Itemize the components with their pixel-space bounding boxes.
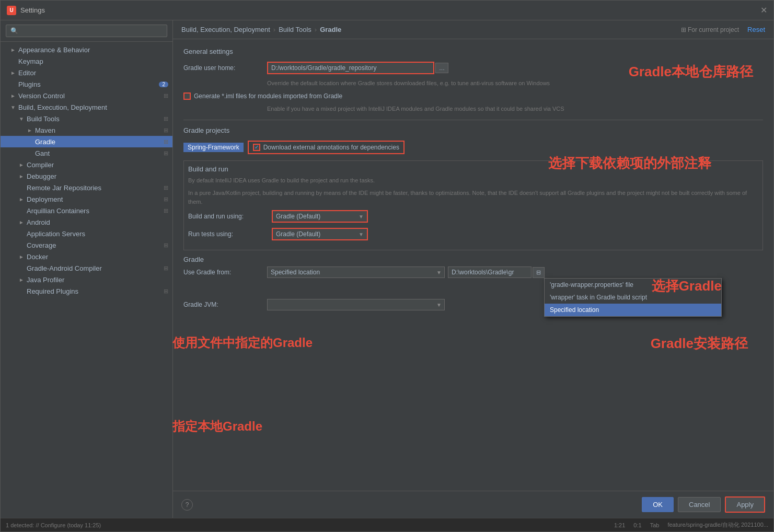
generate-iml-wrapper: Generate *.iml files for modules importe…	[183, 92, 342, 100]
gradle-jvm-select[interactable]	[267, 299, 445, 310]
sidebar-label-gradle: Gradle	[34, 138, 161, 146]
reset-link[interactable]: Reset	[747, 26, 765, 33]
use-gradle-from-select[interactable]: Specified location	[267, 267, 445, 278]
sidebar-item-coverage[interactable]: Coverage ⊞	[1, 239, 172, 251]
tree-arrow-bt	[17, 114, 26, 123]
sidebar-item-docker[interactable]: Docker	[1, 251, 172, 262]
generate-iml-row: Generate *.iml files for modules importe…	[183, 92, 763, 100]
build-run-using-wrapper: Gradle (Default) IntelliJ IDEA ▼	[272, 210, 368, 223]
tree-arrow-editor	[9, 68, 17, 77]
popup-item-wrapper[interactable]: 'gradle-wrapper.properties' file	[545, 279, 721, 291]
search-box	[1, 20, 172, 42]
sidebar-label-rp: Required Plugins	[26, 287, 161, 295]
tree-arrow-android	[17, 218, 26, 226]
sidebar-item-editor[interactable]: Editor	[1, 67, 172, 78]
sidebar-item-gant[interactable]: Gant ⊞	[1, 147, 172, 159]
sidebar-label-ga: Gradle-Android Compiler	[26, 264, 161, 272]
project-list: Spring-Framework Download external annot…	[183, 141, 763, 154]
sidebar-item-maven[interactable]: Maven ⊞	[1, 124, 172, 136]
cancel-button[interactable]: Cancel	[678, 497, 721, 512]
ok-button[interactable]: OK	[642, 497, 674, 512]
settings-window: U Settings ✕ Appearance & Behavior Keyma…	[0, 0, 774, 532]
build-run-title: Build and run	[188, 165, 758, 173]
gradle-user-home-input[interactable]	[267, 62, 434, 74]
ga-icon: ⊞	[164, 265, 168, 272]
sidebar-label-gant: Gant	[34, 149, 161, 157]
gradle-from-popup: 'gradle-wrapper.properties' file 'wrappe…	[544, 278, 722, 317]
tree-arrow-build	[9, 103, 17, 111]
sidebar-label-debugger: Debugger	[26, 172, 168, 180]
sidebar-item-gradle-android[interactable]: Gradle-Android Compiler ⊞	[1, 262, 172, 274]
build-run-using-row: Build and run using: Gradle (Default) In…	[188, 210, 758, 223]
tree-arrow-rp	[17, 287, 26, 295]
sidebar-label-deploy: Deployment	[26, 195, 161, 203]
sep1	[183, 120, 763, 120]
breadcrumb-sep1: ›	[273, 26, 275, 33]
arq-icon: ⊞	[164, 207, 168, 214]
sidebar-item-java-profiler[interactable]: Java Profiler	[1, 274, 172, 285]
settings-content: General settings Gradle user home: … Ove…	[173, 39, 773, 491]
status-right: 1:21 0:1 Tab feature/spring-gradle/自动化 2…	[614, 521, 768, 529]
bottom-bar: ? OK Cancel Apply	[173, 491, 773, 518]
sidebar-label-jp: Java Profiler	[26, 276, 168, 284]
popup-item-wrapper-task[interactable]: 'wrapper' task in Gradle build script	[545, 291, 721, 304]
breadcrumb-part2: Build Tools	[279, 26, 311, 33]
build-run-using-select[interactable]: Gradle (Default) IntelliJ IDEA	[273, 211, 367, 222]
gradle-user-home-browse[interactable]: …	[435, 63, 448, 73]
apply-button[interactable]: Apply	[725, 496, 765, 513]
project-tag[interactable]: Spring-Framework	[183, 143, 244, 152]
gradle-user-home-label: Gradle user home:	[183, 64, 267, 72]
run-tests-select[interactable]: Gradle (Default) IntelliJ IDEA	[273, 229, 367, 239]
gant-icon: ⊞	[164, 150, 168, 157]
sidebar-item-required-plugins[interactable]: Required Plugins ⊞	[1, 285, 172, 297]
gradle-location-browse[interactable]: ⊟	[533, 267, 545, 278]
rp-icon: ⊞	[164, 288, 168, 295]
sidebar-item-gradle[interactable]: Gradle ⊞	[1, 136, 172, 147]
tree-arrow-as	[17, 229, 26, 238]
download-annotations-checkbox[interactable]	[253, 144, 260, 151]
sidebar-item-deployment[interactable]: Deployment ⊞	[1, 193, 172, 205]
status-position: 1:21	[614, 522, 625, 528]
sidebar-label-cov: Coverage	[26, 241, 161, 249]
sidebar-item-debugger[interactable]: Debugger	[1, 170, 172, 182]
breadcrumb-part1: Build, Execution, Deployment	[181, 26, 270, 33]
tree-arrow-arq	[17, 206, 26, 215]
main-panel: Build, Execution, Deployment › Build Too…	[173, 20, 773, 518]
sidebar-item-remote-jar[interactable]: Remote Jar Repositories ⊞	[1, 182, 172, 193]
sidebar-item-plugins[interactable]: Plugins 2	[1, 78, 172, 90]
close-button[interactable]: ✕	[760, 5, 767, 15]
sidebar-item-version-control[interactable]: Version Control ⊞	[1, 90, 172, 101]
sidebar-item-arquillian[interactable]: Arquillian Containers ⊞	[1, 205, 172, 216]
dropdown-popup-container: 'gradle-wrapper.properties' file 'wrappe…	[544, 278, 722, 317]
sidebar-item-build-execution[interactable]: Build, Execution, Deployment	[1, 101, 172, 113]
tree-arrow-keymap	[9, 57, 17, 65]
help-button[interactable]: ?	[181, 499, 193, 511]
build-run-desc1: By default IntelliJ IDEA uses Gradle to …	[188, 176, 758, 185]
gradle-jvm-label: Gradle JVM:	[183, 301, 267, 308]
search-input[interactable]	[6, 25, 167, 37]
sidebar-item-keymap[interactable]: Keymap	[1, 55, 172, 67]
gradle-projects-title: Gradle projects	[183, 126, 763, 134]
main-content: Appearance & Behavior Keymap Editor Plug…	[1, 20, 773, 518]
generate-iml-checkbox[interactable]	[183, 92, 191, 100]
tree-arrow-deploy	[17, 195, 26, 203]
build-run-desc2: In a pure Java/Kotlin project, building …	[188, 189, 758, 206]
tree-arrow-debugger	[17, 172, 26, 180]
sidebar-item-app-servers[interactable]: Application Servers	[1, 228, 172, 239]
build-run-section: Build and run By default IntelliJ IDEA u…	[183, 160, 763, 251]
tree-arrow-vc	[9, 91, 17, 100]
sidebar-item-compiler[interactable]: Compiler	[1, 159, 172, 170]
gradle-location-input[interactable]	[448, 267, 532, 278]
sidebar-item-build-tools[interactable]: Build Tools ⊞	[1, 113, 172, 124]
sidebar-tree: Appearance & Behavior Keymap Editor Plug…	[1, 42, 172, 518]
status-branch: feature/spring-gradle/自动化 2021100...	[667, 521, 768, 529]
sidebar-label-as: Application Servers	[26, 230, 168, 238]
sidebar-item-android[interactable]: Android	[1, 216, 172, 228]
sidebar-label-arq: Arquillian Containers	[26, 207, 161, 215]
use-gradle-from-label: Use Gradle from:	[183, 269, 267, 276]
tree-arrow-gant	[26, 149, 34, 157]
popup-item-specified[interactable]: Specified location	[545, 304, 721, 316]
title-bar: U Settings ✕	[1, 1, 773, 20]
sidebar-item-appearance[interactable]: Appearance & Behavior	[1, 44, 172, 55]
run-tests-wrapper: Gradle (Default) IntelliJ IDEA ▼	[272, 228, 368, 240]
